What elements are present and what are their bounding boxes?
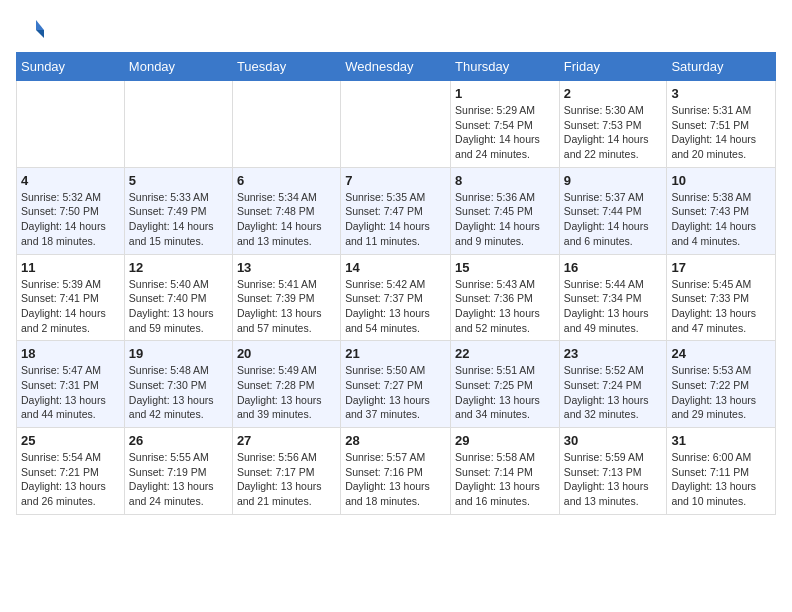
calendar-cell [124,81,232,168]
calendar-cell: 5Sunrise: 5:33 AM Sunset: 7:49 PM Daylig… [124,167,232,254]
calendar-cell: 10Sunrise: 5:38 AM Sunset: 7:43 PM Dayli… [667,167,776,254]
day-info: Sunrise: 5:49 AM Sunset: 7:28 PM Dayligh… [237,363,336,422]
day-number: 28 [345,433,446,448]
day-number: 4 [21,173,120,188]
day-info: Sunrise: 5:39 AM Sunset: 7:41 PM Dayligh… [21,277,120,336]
weekday-header: Monday [124,53,232,81]
day-info: Sunrise: 5:50 AM Sunset: 7:27 PM Dayligh… [345,363,446,422]
day-info: Sunrise: 5:54 AM Sunset: 7:21 PM Dayligh… [21,450,120,509]
day-info: Sunrise: 5:51 AM Sunset: 7:25 PM Dayligh… [455,363,555,422]
calendar-cell [232,81,340,168]
day-info: Sunrise: 5:30 AM Sunset: 7:53 PM Dayligh… [564,103,663,162]
day-info: Sunrise: 5:45 AM Sunset: 7:33 PM Dayligh… [671,277,771,336]
day-number: 27 [237,433,336,448]
day-info: Sunrise: 5:33 AM Sunset: 7:49 PM Dayligh… [129,190,228,249]
calendar-cell: 11Sunrise: 5:39 AM Sunset: 7:41 PM Dayli… [17,254,125,341]
day-number: 8 [455,173,555,188]
calendar-cell: 1Sunrise: 5:29 AM Sunset: 7:54 PM Daylig… [451,81,560,168]
day-number: 25 [21,433,120,448]
calendar-cell: 4Sunrise: 5:32 AM Sunset: 7:50 PM Daylig… [17,167,125,254]
calendar-cell: 29Sunrise: 5:58 AM Sunset: 7:14 PM Dayli… [451,428,560,515]
calendar-cell: 27Sunrise: 5:56 AM Sunset: 7:17 PM Dayli… [232,428,340,515]
day-number: 17 [671,260,771,275]
day-number: 1 [455,86,555,101]
day-info: Sunrise: 5:43 AM Sunset: 7:36 PM Dayligh… [455,277,555,336]
day-number: 3 [671,86,771,101]
calendar-week-row: 18Sunrise: 5:47 AM Sunset: 7:31 PM Dayli… [17,341,776,428]
calendar-cell: 23Sunrise: 5:52 AM Sunset: 7:24 PM Dayli… [559,341,667,428]
calendar-cell: 30Sunrise: 5:59 AM Sunset: 7:13 PM Dayli… [559,428,667,515]
day-info: Sunrise: 5:42 AM Sunset: 7:37 PM Dayligh… [345,277,446,336]
weekday-header: Friday [559,53,667,81]
day-number: 21 [345,346,446,361]
day-number: 5 [129,173,228,188]
day-info: Sunrise: 5:57 AM Sunset: 7:16 PM Dayligh… [345,450,446,509]
day-info: Sunrise: 5:40 AM Sunset: 7:40 PM Dayligh… [129,277,228,336]
calendar-cell: 8Sunrise: 5:36 AM Sunset: 7:45 PM Daylig… [451,167,560,254]
calendar-cell: 14Sunrise: 5:42 AM Sunset: 7:37 PM Dayli… [341,254,451,341]
calendar-cell: 15Sunrise: 5:43 AM Sunset: 7:36 PM Dayli… [451,254,560,341]
page-header [16,16,776,44]
day-number: 13 [237,260,336,275]
calendar-cell: 31Sunrise: 6:00 AM Sunset: 7:11 PM Dayli… [667,428,776,515]
day-number: 23 [564,346,663,361]
day-info: Sunrise: 5:58 AM Sunset: 7:14 PM Dayligh… [455,450,555,509]
day-info: Sunrise: 5:48 AM Sunset: 7:30 PM Dayligh… [129,363,228,422]
calendar-cell: 26Sunrise: 5:55 AM Sunset: 7:19 PM Dayli… [124,428,232,515]
day-info: Sunrise: 5:37 AM Sunset: 7:44 PM Dayligh… [564,190,663,249]
calendar-cell: 16Sunrise: 5:44 AM Sunset: 7:34 PM Dayli… [559,254,667,341]
logo-icon [16,16,44,44]
day-info: Sunrise: 5:31 AM Sunset: 7:51 PM Dayligh… [671,103,771,162]
day-info: Sunrise: 5:44 AM Sunset: 7:34 PM Dayligh… [564,277,663,336]
day-number: 2 [564,86,663,101]
day-info: Sunrise: 5:38 AM Sunset: 7:43 PM Dayligh… [671,190,771,249]
calendar-week-row: 25Sunrise: 5:54 AM Sunset: 7:21 PM Dayli… [17,428,776,515]
weekday-header-row: SundayMondayTuesdayWednesdayThursdayFrid… [17,53,776,81]
logo [16,16,48,44]
calendar-cell: 25Sunrise: 5:54 AM Sunset: 7:21 PM Dayli… [17,428,125,515]
day-number: 7 [345,173,446,188]
day-info: Sunrise: 5:29 AM Sunset: 7:54 PM Dayligh… [455,103,555,162]
weekday-header: Wednesday [341,53,451,81]
calendar-cell: 17Sunrise: 5:45 AM Sunset: 7:33 PM Dayli… [667,254,776,341]
day-number: 12 [129,260,228,275]
calendar-cell: 3Sunrise: 5:31 AM Sunset: 7:51 PM Daylig… [667,81,776,168]
weekday-header: Sunday [17,53,125,81]
calendar-week-row: 11Sunrise: 5:39 AM Sunset: 7:41 PM Dayli… [17,254,776,341]
day-number: 26 [129,433,228,448]
day-number: 15 [455,260,555,275]
day-info: Sunrise: 5:53 AM Sunset: 7:22 PM Dayligh… [671,363,771,422]
calendar-week-row: 1Sunrise: 5:29 AM Sunset: 7:54 PM Daylig… [17,81,776,168]
calendar-cell: 13Sunrise: 5:41 AM Sunset: 7:39 PM Dayli… [232,254,340,341]
day-info: Sunrise: 5:47 AM Sunset: 7:31 PM Dayligh… [21,363,120,422]
day-number: 29 [455,433,555,448]
weekday-header: Thursday [451,53,560,81]
day-number: 30 [564,433,663,448]
weekday-header: Tuesday [232,53,340,81]
calendar-cell: 6Sunrise: 5:34 AM Sunset: 7:48 PM Daylig… [232,167,340,254]
day-number: 10 [671,173,771,188]
day-number: 22 [455,346,555,361]
calendar-cell: 28Sunrise: 5:57 AM Sunset: 7:16 PM Dayli… [341,428,451,515]
svg-marker-1 [36,30,44,38]
day-info: Sunrise: 5:59 AM Sunset: 7:13 PM Dayligh… [564,450,663,509]
day-info: Sunrise: 6:00 AM Sunset: 7:11 PM Dayligh… [671,450,771,509]
calendar-cell: 12Sunrise: 5:40 AM Sunset: 7:40 PM Dayli… [124,254,232,341]
calendar-cell: 21Sunrise: 5:50 AM Sunset: 7:27 PM Dayli… [341,341,451,428]
calendar-week-row: 4Sunrise: 5:32 AM Sunset: 7:50 PM Daylig… [17,167,776,254]
day-info: Sunrise: 5:36 AM Sunset: 7:45 PM Dayligh… [455,190,555,249]
day-number: 20 [237,346,336,361]
day-number: 31 [671,433,771,448]
day-number: 11 [21,260,120,275]
day-number: 6 [237,173,336,188]
day-info: Sunrise: 5:35 AM Sunset: 7:47 PM Dayligh… [345,190,446,249]
day-number: 16 [564,260,663,275]
svg-marker-0 [36,20,44,30]
calendar-cell: 7Sunrise: 5:35 AM Sunset: 7:47 PM Daylig… [341,167,451,254]
day-info: Sunrise: 5:34 AM Sunset: 7:48 PM Dayligh… [237,190,336,249]
day-number: 9 [564,173,663,188]
calendar-cell: 19Sunrise: 5:48 AM Sunset: 7:30 PM Dayli… [124,341,232,428]
calendar-cell [341,81,451,168]
calendar-cell: 2Sunrise: 5:30 AM Sunset: 7:53 PM Daylig… [559,81,667,168]
calendar-cell: 20Sunrise: 5:49 AM Sunset: 7:28 PM Dayli… [232,341,340,428]
